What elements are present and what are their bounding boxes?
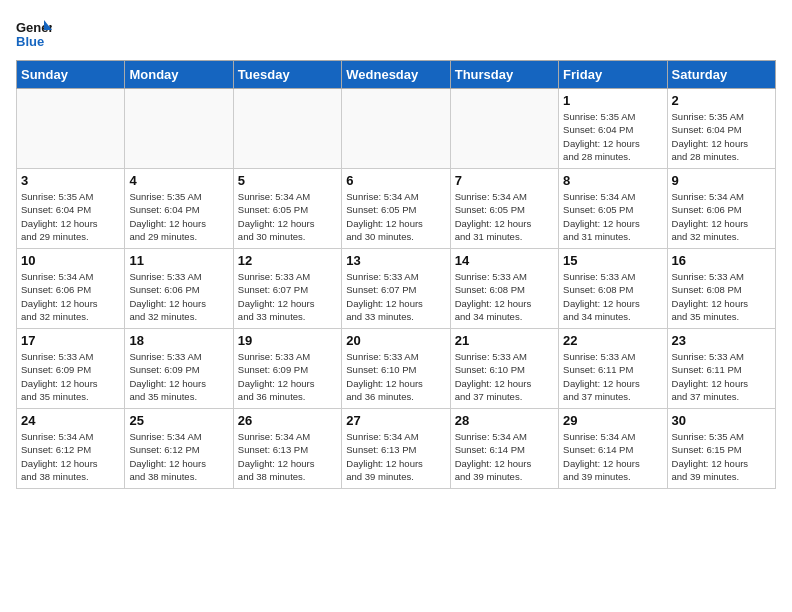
day-cell <box>125 89 233 169</box>
calendar-header-cell: Wednesday <box>342 61 450 89</box>
day-cell: 14Sunrise: 5:33 AM Sunset: 6:08 PM Dayli… <box>450 249 558 329</box>
day-cell: 25Sunrise: 5:34 AM Sunset: 6:12 PM Dayli… <box>125 409 233 489</box>
day-info: Sunrise: 5:34 AM Sunset: 6:12 PM Dayligh… <box>21 430 120 483</box>
calendar: SundayMondayTuesdayWednesdayThursdayFrid… <box>16 60 776 489</box>
day-info: Sunrise: 5:35 AM Sunset: 6:15 PM Dayligh… <box>672 430 771 483</box>
day-number: 4 <box>129 173 228 188</box>
day-cell: 22Sunrise: 5:33 AM Sunset: 6:11 PM Dayli… <box>559 329 667 409</box>
day-info: Sunrise: 5:33 AM Sunset: 6:09 PM Dayligh… <box>129 350 228 403</box>
day-number: 1 <box>563 93 662 108</box>
day-number: 6 <box>346 173 445 188</box>
day-cell: 17Sunrise: 5:33 AM Sunset: 6:09 PM Dayli… <box>17 329 125 409</box>
day-cell: 7Sunrise: 5:34 AM Sunset: 6:05 PM Daylig… <box>450 169 558 249</box>
day-number: 28 <box>455 413 554 428</box>
day-info: Sunrise: 5:33 AM Sunset: 6:10 PM Dayligh… <box>455 350 554 403</box>
day-number: 30 <box>672 413 771 428</box>
day-cell: 11Sunrise: 5:33 AM Sunset: 6:06 PM Dayli… <box>125 249 233 329</box>
day-cell: 23Sunrise: 5:33 AM Sunset: 6:11 PM Dayli… <box>667 329 775 409</box>
calendar-header: SundayMondayTuesdayWednesdayThursdayFrid… <box>17 61 776 89</box>
day-cell: 18Sunrise: 5:33 AM Sunset: 6:09 PM Dayli… <box>125 329 233 409</box>
week-row: 10Sunrise: 5:34 AM Sunset: 6:06 PM Dayli… <box>17 249 776 329</box>
day-info: Sunrise: 5:34 AM Sunset: 6:05 PM Dayligh… <box>238 190 337 243</box>
calendar-header-cell: Friday <box>559 61 667 89</box>
day-cell: 8Sunrise: 5:34 AM Sunset: 6:05 PM Daylig… <box>559 169 667 249</box>
day-number: 19 <box>238 333 337 348</box>
day-info: Sunrise: 5:34 AM Sunset: 6:12 PM Dayligh… <box>129 430 228 483</box>
day-cell: 29Sunrise: 5:34 AM Sunset: 6:14 PM Dayli… <box>559 409 667 489</box>
day-cell: 19Sunrise: 5:33 AM Sunset: 6:09 PM Dayli… <box>233 329 341 409</box>
calendar-header-cell: Saturday <box>667 61 775 89</box>
day-cell: 12Sunrise: 5:33 AM Sunset: 6:07 PM Dayli… <box>233 249 341 329</box>
day-info: Sunrise: 5:35 AM Sunset: 6:04 PM Dayligh… <box>129 190 228 243</box>
day-number: 8 <box>563 173 662 188</box>
day-cell: 9Sunrise: 5:34 AM Sunset: 6:06 PM Daylig… <box>667 169 775 249</box>
day-number: 24 <box>21 413 120 428</box>
day-info: Sunrise: 5:33 AM Sunset: 6:08 PM Dayligh… <box>672 270 771 323</box>
week-row: 17Sunrise: 5:33 AM Sunset: 6:09 PM Dayli… <box>17 329 776 409</box>
day-info: Sunrise: 5:33 AM Sunset: 6:10 PM Dayligh… <box>346 350 445 403</box>
day-cell: 3Sunrise: 5:35 AM Sunset: 6:04 PM Daylig… <box>17 169 125 249</box>
calendar-header-cell: Monday <box>125 61 233 89</box>
day-cell <box>17 89 125 169</box>
calendar-header-cell: Thursday <box>450 61 558 89</box>
svg-text:Blue: Blue <box>16 34 44 49</box>
day-cell: 2Sunrise: 5:35 AM Sunset: 6:04 PM Daylig… <box>667 89 775 169</box>
day-info: Sunrise: 5:34 AM Sunset: 6:05 PM Dayligh… <box>455 190 554 243</box>
day-number: 23 <box>672 333 771 348</box>
day-info: Sunrise: 5:34 AM Sunset: 6:13 PM Dayligh… <box>238 430 337 483</box>
day-info: Sunrise: 5:34 AM Sunset: 6:06 PM Dayligh… <box>21 270 120 323</box>
day-cell: 24Sunrise: 5:34 AM Sunset: 6:12 PM Dayli… <box>17 409 125 489</box>
day-info: Sunrise: 5:35 AM Sunset: 6:04 PM Dayligh… <box>563 110 662 163</box>
day-info: Sunrise: 5:33 AM Sunset: 6:11 PM Dayligh… <box>563 350 662 403</box>
day-cell: 21Sunrise: 5:33 AM Sunset: 6:10 PM Dayli… <box>450 329 558 409</box>
day-info: Sunrise: 5:33 AM Sunset: 6:08 PM Dayligh… <box>563 270 662 323</box>
day-number: 25 <box>129 413 228 428</box>
day-number: 18 <box>129 333 228 348</box>
day-cell: 4Sunrise: 5:35 AM Sunset: 6:04 PM Daylig… <box>125 169 233 249</box>
day-info: Sunrise: 5:34 AM Sunset: 6:14 PM Dayligh… <box>455 430 554 483</box>
day-number: 13 <box>346 253 445 268</box>
logo: General Blue <box>16 16 52 52</box>
week-row: 3Sunrise: 5:35 AM Sunset: 6:04 PM Daylig… <box>17 169 776 249</box>
day-cell: 15Sunrise: 5:33 AM Sunset: 6:08 PM Dayli… <box>559 249 667 329</box>
day-info: Sunrise: 5:34 AM Sunset: 6:13 PM Dayligh… <box>346 430 445 483</box>
day-number: 17 <box>21 333 120 348</box>
day-number: 27 <box>346 413 445 428</box>
day-cell: 10Sunrise: 5:34 AM Sunset: 6:06 PM Dayli… <box>17 249 125 329</box>
day-info: Sunrise: 5:33 AM Sunset: 6:08 PM Dayligh… <box>455 270 554 323</box>
day-number: 15 <box>563 253 662 268</box>
day-number: 14 <box>455 253 554 268</box>
day-info: Sunrise: 5:33 AM Sunset: 6:09 PM Dayligh… <box>238 350 337 403</box>
day-number: 2 <box>672 93 771 108</box>
day-number: 20 <box>346 333 445 348</box>
day-number: 21 <box>455 333 554 348</box>
day-info: Sunrise: 5:33 AM Sunset: 6:09 PM Dayligh… <box>21 350 120 403</box>
day-cell: 30Sunrise: 5:35 AM Sunset: 6:15 PM Dayli… <box>667 409 775 489</box>
day-cell <box>450 89 558 169</box>
day-cell: 26Sunrise: 5:34 AM Sunset: 6:13 PM Dayli… <box>233 409 341 489</box>
day-info: Sunrise: 5:33 AM Sunset: 6:06 PM Dayligh… <box>129 270 228 323</box>
day-cell: 20Sunrise: 5:33 AM Sunset: 6:10 PM Dayli… <box>342 329 450 409</box>
day-cell <box>342 89 450 169</box>
day-number: 26 <box>238 413 337 428</box>
day-cell: 28Sunrise: 5:34 AM Sunset: 6:14 PM Dayli… <box>450 409 558 489</box>
day-cell: 1Sunrise: 5:35 AM Sunset: 6:04 PM Daylig… <box>559 89 667 169</box>
calendar-header-cell: Sunday <box>17 61 125 89</box>
week-row: 24Sunrise: 5:34 AM Sunset: 6:12 PM Dayli… <box>17 409 776 489</box>
day-number: 9 <box>672 173 771 188</box>
day-number: 5 <box>238 173 337 188</box>
day-number: 16 <box>672 253 771 268</box>
day-cell: 5Sunrise: 5:34 AM Sunset: 6:05 PM Daylig… <box>233 169 341 249</box>
calendar-body: 1Sunrise: 5:35 AM Sunset: 6:04 PM Daylig… <box>17 89 776 489</box>
day-number: 3 <box>21 173 120 188</box>
day-number: 11 <box>129 253 228 268</box>
day-info: Sunrise: 5:33 AM Sunset: 6:07 PM Dayligh… <box>346 270 445 323</box>
day-number: 22 <box>563 333 662 348</box>
day-number: 29 <box>563 413 662 428</box>
day-cell: 27Sunrise: 5:34 AM Sunset: 6:13 PM Dayli… <box>342 409 450 489</box>
day-number: 7 <box>455 173 554 188</box>
day-info: Sunrise: 5:34 AM Sunset: 6:06 PM Dayligh… <box>672 190 771 243</box>
day-info: Sunrise: 5:34 AM Sunset: 6:05 PM Dayligh… <box>563 190 662 243</box>
week-row: 1Sunrise: 5:35 AM Sunset: 6:04 PM Daylig… <box>17 89 776 169</box>
day-info: Sunrise: 5:33 AM Sunset: 6:07 PM Dayligh… <box>238 270 337 323</box>
